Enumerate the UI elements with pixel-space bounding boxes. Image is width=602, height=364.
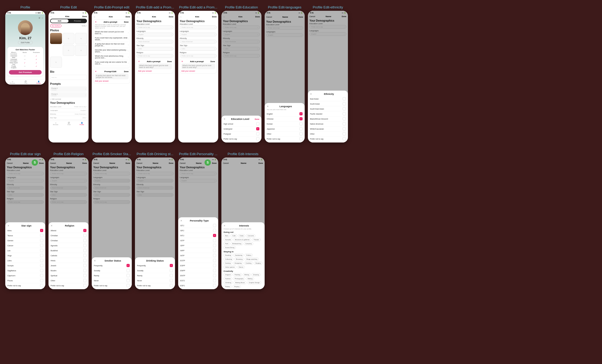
prompt-item-1[interactable]: What's the best concert you've ever been… [95,30,129,36]
tag-karaoke[interactable]: Karaoke [224,238,232,241]
tab-preview[interactable]: Preview [69,19,86,23]
tag-politics[interactable]: Politics [245,254,253,257]
smoker-rarely[interactable]: Rarely [94,273,130,278]
photo-4[interactable]: + [63,45,75,56]
field-languages[interactable]: Languages English › [50,109,87,112]
tag-camping[interactable]: Camping [244,242,253,245]
pers-intj[interactable]: INTJ [180,233,216,238]
tag-museums[interactable]: Museums & galleries [233,238,251,241]
photo-6[interactable]: + [50,57,62,68]
prompt-item-4[interactable]: Describe your ideal weekend getaway - wh… [95,48,129,54]
add-answer-add2[interactable]: Add your answer [181,70,215,72]
lang-option-english[interactable]: English [267,111,303,116]
lang-option-chinese[interactable]: Chinese [267,116,303,121]
pers-isfp[interactable]: ISFP [180,243,216,248]
tag-collecting[interactable]: Collecting [224,258,234,261]
tag-birdwatching[interactable]: Birdwatching [231,242,243,245]
smoker-frequently[interactable]: Frequently [94,263,130,268]
smoker-prefer[interactable]: Prefer not to say [94,283,130,288]
lang-check-english[interactable] [299,112,303,115]
tag-theater[interactable]: Theater [252,238,261,241]
drink-frequently[interactable]: Frequently [137,263,173,268]
pers-intp[interactable]: INTP [180,253,216,258]
eth-other[interactable]: Other [310,131,346,136]
star-sag[interactable]: Sagittarius [7,268,43,273]
tab-edit[interactable]: Edit [51,19,69,23]
tag-graphic[interactable]: Graphic Design [247,281,261,284]
add-answer-add1[interactable]: Add your answer [138,70,172,72]
tag-making-music[interactable]: Making Music [234,281,246,284]
star-libra[interactable]: Libra [7,258,43,263]
star-taurus[interactable]: Taurus [7,233,43,238]
eth-pacific[interactable]: Pacific Islander [310,111,346,116]
edu-checkbox-highschool[interactable] [256,122,259,125]
photo-1[interactable] [50,33,62,44]
lang-option-prefer[interactable]: Prefer not to say [267,136,303,141]
tag-scuba[interactable]: Scuba Diving [224,246,236,249]
tag-browsing[interactable]: Browsing [234,258,244,261]
verify-link[interactable]: Verify > [82,25,87,27]
field-education[interactable]: Education Level Prefer not to say › [50,105,87,109]
tag-cafe[interactable]: Cafe [231,234,237,237]
lang-check-chinese[interactable] [299,117,303,120]
tag-origami[interactable]: Origami [224,273,232,276]
tab-browse[interactable]: ⊙Browse [10,81,15,84]
pers-infp[interactable]: INFP [180,248,216,253]
photo-5[interactable]: + [75,45,87,56]
edit-profile-button[interactable]: Edit Profile [18,41,33,44]
photo-3[interactable]: + [75,33,87,44]
religion-select[interactable]: Prefer not to say› [137,54,173,58]
tag-reading[interactable]: Reading [224,254,232,257]
prompt-row-1[interactable]: Prompt 1 Answer › [50,86,87,92]
lang-check-japanese[interactable] [299,127,303,130]
pers-enfp[interactable]: ENFP [180,268,216,273]
tab-profile[interactable]: 👤Profile [36,81,41,84]
eth-east-asian[interactable]: East Asian [310,96,346,101]
tag-concerts[interactable]: Concerts [246,234,255,237]
get-premium-button[interactable]: Get Premium [9,70,42,75]
tag-singing[interactable]: Singing [254,262,262,265]
pers-istj[interactable]: ISTJ [180,223,216,228]
lang-select[interactable]: English› [137,33,173,36]
star-aries[interactable]: Aries [7,228,43,233]
tag-bars[interactable]: Bars [224,234,230,237]
rel-prefer[interactable]: Prefer not to say [51,283,86,288]
field-ethnicity[interactable]: Ethnicity Asian-American › [50,112,87,116]
edu-option-undergrad[interactable]: Undergrad [224,126,259,131]
eth-select-2[interactable]: Asian-American› [180,40,217,43]
tag-gardening[interactable]: Gardening [233,254,244,257]
tab-profile-edit[interactable]: 👤Profile [80,122,84,125]
tag-clubs[interactable]: Clubs [238,234,245,237]
prompt-item-2[interactable]: If you could have any superpower, what w… [95,36,129,42]
edu-select-2[interactable]: Prefer not to say› [180,26,217,29]
rel-christian1[interactable]: Christian [51,233,86,238]
prompt-item-5[interactable]: What's the most adventurous thing you've… [95,54,129,60]
lang-popup-close[interactable]: ✕ [267,105,269,108]
star-gemini[interactable]: Gemini [7,238,43,243]
bio-area[interactable]: Add bio [50,75,87,80]
interests-popup-close[interactable]: ✕ [224,224,226,227]
rel-hindu[interactable]: Hindu [51,258,86,263]
add-prompt-link[interactable]: +Add a prompt [50,98,87,100]
tag-indoor[interactable]: Indoor games [224,265,236,269]
pers-esfp[interactable]: ESFP [180,263,216,268]
prompt-row-2[interactable]: Prompt 1 Answer › [50,92,87,97]
tag-dance[interactable]: Dance [237,265,245,269]
star-select[interactable]: Libra› [137,47,173,51]
eth-select[interactable]: Asian-American› [137,40,173,43]
star-cancer[interactable]: Cancer [7,243,43,248]
rel-other[interactable]: Other [51,278,86,283]
pers-isfj[interactable]: ISFJ [180,228,216,233]
rel-jewish[interactable]: Jewish [51,263,86,268]
edu-popup-done[interactable]: Done [255,118,260,120]
pers-entp[interactable]: ENTP [180,273,216,278]
star-leo[interactable]: Leo [7,248,43,253]
smoker-socially[interactable]: Socially [94,268,130,273]
edu-popup-close[interactable]: ✕ [224,118,226,120]
tag-designing[interactable]: Designing [233,262,243,265]
star-pisces[interactable]: Pisces [7,278,43,283]
photo-2[interactable]: + [63,33,75,44]
edu-option-highschool[interactable]: High school [224,121,259,126]
tag-baking[interactable]: Baking [246,277,254,280]
rel-atheist[interactable]: Atheist [51,228,86,233]
